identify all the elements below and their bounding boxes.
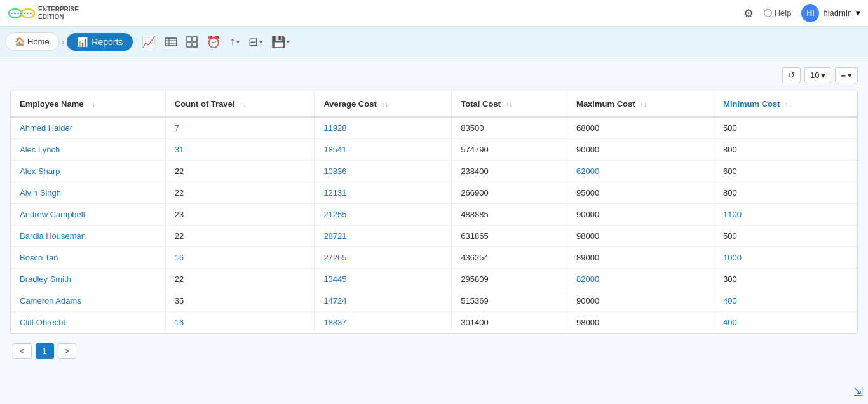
cell-maximum-cost: 90000 [567,290,714,312]
table-row: Alvin Singh221213126690095000800 [11,182,857,204]
cell-minimum-cost: 400 [714,290,857,312]
sort-icon-max-cost: ↑↓ [640,100,647,108]
table-row: Cameron Adams351472451536990000400 [11,290,857,312]
col-header-total-cost[interactable]: Total Cost ↑↓ [452,91,567,117]
cell-employee-name[interactable]: Bradley Smith [11,269,165,290]
next-page-button[interactable]: > [58,343,77,359]
logo-text: ENTERPRISE EDITION [38,6,79,21]
logo-dna-icon [8,3,36,24]
table-row: Bradley Smith221344529580982000300 [11,269,857,290]
svg-rect-8 [193,37,197,41]
reports-label: Reports [92,37,123,47]
columns-toggle-icon: ≡ [841,71,846,80]
svg-rect-10 [193,43,197,47]
home-label: Home [27,37,50,46]
clock-icon[interactable]: ⏰ [207,35,220,49]
cell-maximum-cost: 62000 [567,161,714,182]
top-bar-right: ⚙ ⓘ Help HI hiadmin ▾ [743,4,860,22]
settings-icon[interactable]: ⚙ [743,6,754,20]
avatar: HI [801,4,819,22]
cell-total-cost: 515369 [452,290,567,312]
sort-icon-min-cost: ↑↓ [785,100,792,108]
save-icon[interactable]: 💾 ▾ [271,35,290,49]
cell-total-cost: 631865 [452,226,567,247]
page-size-arrow: ▾ [821,71,825,80]
refresh-button[interactable]: ↺ [782,67,801,83]
line-chart-icon[interactable]: 📈 [142,35,156,49]
cell-maximum-cost: 90000 [567,139,714,161]
columns-toggle-button[interactable]: ≡ ▾ [835,67,858,83]
cell-minimum-cost: 300 [714,269,857,290]
cell-average-cost[interactable]: 14724 [315,290,452,312]
col-header-average-cost[interactable]: Average Cost ↑↓ [315,91,452,117]
eye-icon[interactable] [165,37,177,46]
cell-employee-name[interactable]: Andrew Campbell [11,204,165,226]
cell-average-cost[interactable]: 21255 [315,204,452,226]
cell-maximum-cost: 95000 [567,182,714,204]
cell-total-cost: 295809 [452,269,567,290]
resize-handle[interactable]: ⇲ [853,385,863,399]
header-row: Employee Name ↑↓ Count of Travel ↑↓ Aver… [11,91,857,117]
cell-average-cost[interactable]: 12131 [315,182,452,204]
cell-minimum-cost: 1000 [714,247,857,269]
cell-employee-name[interactable]: Alvin Singh [11,182,165,204]
columns-arrow: ▾ [259,38,262,45]
cell-maximum-cost: 90000 [567,204,714,226]
cell-count-of-travel: 23 [165,204,315,226]
table-row: Alex Sharp221083623840062000600 [11,161,857,182]
cell-total-cost: 436254 [452,247,567,269]
col-header-maximum-cost[interactable]: Maximum Cost ↑↓ [567,91,714,117]
main-content: ↺ 10 ▾ ≡ ▾ Employee Name ↑↓ Count of Tra… [0,57,868,404]
cell-average-cost[interactable]: 28721 [315,226,452,247]
data-table-container: Employee Name ↑↓ Count of Travel ↑↓ Aver… [10,91,858,334]
cell-minimum-cost: 800 [714,139,857,161]
cell-total-cost: 266900 [452,182,567,204]
columns-icon[interactable]: ⊟ ▾ [248,35,262,49]
table-body: Ahmed Haider7119288350068000500Alec Lync… [11,117,857,333]
user-menu[interactable]: HI hiadmin ▾ [801,4,860,22]
cell-maximum-cost: 89000 [567,247,714,269]
cell-minimum-cost: 400 [714,312,857,333]
cell-minimum-cost: 1100 [714,204,857,226]
cell-average-cost[interactable]: 11928 [315,117,452,139]
pivot-icon[interactable] [186,36,198,48]
top-bar-left: ENTERPRISE EDITION [8,3,79,24]
toolbar-row: ↺ 10 ▾ ≡ ▾ [10,67,858,83]
cell-average-cost[interactable]: 13445 [315,269,452,290]
home-nav-item[interactable]: 🏠 Home [5,32,59,51]
home-icon: 🏠 [15,37,25,46]
save-arrow: ▾ [287,38,290,45]
svg-rect-3 [165,38,177,46]
page-size-label: 10 [810,71,819,80]
cell-employee-name[interactable]: Alex Sharp [11,161,165,182]
cell-employee-name[interactable]: Cliff Obrecht [11,312,165,333]
prev-page-button[interactable]: < [13,343,32,359]
cell-employee-name[interactable]: Alec Lynch [11,139,165,161]
table-row: Alec Lynch311854157479090000800 [11,139,857,161]
current-page-button[interactable]: 1 [36,343,54,359]
cell-average-cost[interactable]: 10836 [315,161,452,182]
reports-nav-item[interactable]: 📊 Reports [67,33,133,51]
svg-rect-9 [187,43,191,47]
cell-count-of-travel: 22 [165,226,315,247]
cell-employee-name[interactable]: Bosco Tan [11,247,165,269]
breadcrumb-chevron: › [62,37,65,47]
cell-average-cost[interactable]: 27265 [315,247,452,269]
col-header-minimum-cost[interactable]: Minimum Cost ↑↓ [714,91,857,117]
cell-employee-name[interactable]: Cameron Adams [11,290,165,312]
table-row: Andrew Campbell2321255488885900001100 [11,204,857,226]
nav-bar: 🏠 Home › 📊 Reports 📈 ⏰ ↑ ▾ [0,27,868,57]
help-button[interactable]: ⓘ Help [764,8,792,19]
cell-employee-name[interactable]: Ahmed Haider [11,117,165,139]
col-header-employee-name[interactable]: Employee Name ↑↓ [11,91,165,117]
col-header-count-of-travel[interactable]: Count of Travel ↑↓ [165,91,315,117]
help-circle-icon: ⓘ [764,8,772,19]
table-row: Cliff Obrecht161883730140098000400 [11,312,857,333]
cell-employee-name[interactable]: Bardia Houseman [11,226,165,247]
sort-icon-employee-name: ↑↓ [88,100,95,108]
cell-average-cost[interactable]: 18541 [315,139,452,161]
export-icon[interactable]: ↑ ▾ [229,35,240,48]
page-size-selector[interactable]: 10 ▾ [804,67,831,83]
cell-count-of-travel: 22 [165,269,315,290]
cell-average-cost[interactable]: 18837 [315,312,452,333]
